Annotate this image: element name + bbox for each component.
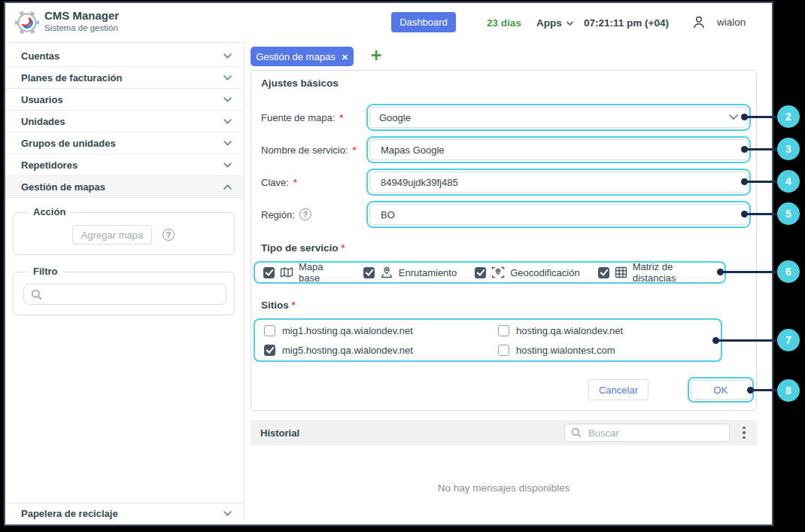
map-settings-form: Ajustes básicos Fuente de mapa: * Google… (251, 70, 757, 411)
history-search-input[interactable] (587, 427, 723, 439)
site-option-mig5[interactable]: mig5.hosting.qa.wialondev.net (264, 342, 498, 358)
checkbox-checked[interactable] (475, 267, 486, 278)
map-source-select[interactable]: Google (369, 107, 748, 128)
service-option-mapa-base[interactable]: Mapa base (263, 261, 345, 284)
help-icon[interactable] (299, 208, 311, 220)
checkbox-unchecked[interactable] (264, 325, 275, 336)
history-search-field[interactable] (564, 424, 730, 442)
filter-search-input[interactable] (47, 288, 219, 301)
callout-badge-3: 3 (777, 138, 800, 160)
sites-highlight: mig1.hosting.qa.wialondev.net hosting.qa… (254, 318, 722, 362)
required-marker: * (353, 144, 357, 156)
sidebar-item-gestion-de-mapas[interactable]: Gestión de mapas (5, 176, 244, 198)
sidebar: Cuentas Planes de facturación Usuarios U… (5, 42, 245, 521)
callout-badge-2: 2 (777, 105, 800, 128)
user-icon (691, 14, 706, 30)
callout-line (751, 389, 778, 391)
sidebar-item-planes-de-facturacion[interactable]: Planes de facturación (5, 67, 244, 89)
checkbox-checked[interactable] (363, 267, 375, 278)
site-option-mig1[interactable]: mig1.hosting.qa.wialondev.net (264, 322, 498, 339)
required-marker: * (293, 177, 297, 188)
sidebar-item-papelera-de-reciclaje[interactable]: Papelera de reciclaje (5, 503, 244, 523)
sidebar-item-repetidores[interactable]: Repetidores (5, 154, 244, 176)
callout-badge-8: 8 (777, 379, 800, 402)
ok-highlight: OK (688, 377, 754, 403)
region-input[interactable] (379, 208, 738, 221)
site-option-wialontest[interactable]: hosting.wialontest.com (498, 342, 712, 358)
callout-line (745, 148, 778, 150)
map-source-label: Fuente de mapa: * (261, 104, 366, 131)
sidebar-item-grupos-de-unidades[interactable]: Grupos de unidades (5, 132, 244, 154)
map-source-highlight: Google (366, 104, 751, 131)
main-panel: Gestión de mapas Ajustes básicos Fuente … (245, 42, 772, 521)
tab-close-icon[interactable] (342, 51, 348, 62)
map-icon (280, 266, 293, 278)
section-title: Ajustes básicos (261, 78, 339, 89)
filter-group: Filtro (13, 272, 235, 315)
chevron-down-icon (223, 163, 232, 168)
service-name-input[interactable] (379, 144, 738, 157)
checkbox-checked[interactable] (598, 267, 609, 278)
top-bar: CMS Manager Sistema de gestión Dashboard… (5, 3, 772, 42)
callout-dot (741, 211, 748, 217)
chevron-down-icon (223, 75, 232, 81)
dashboard-button[interactable]: Dashboard (391, 12, 456, 32)
search-icon (31, 289, 42, 300)
help-icon[interactable] (163, 229, 175, 241)
ok-button[interactable]: OK (691, 380, 751, 400)
user-menu[interactable]: wialon (691, 14, 746, 30)
sidebar-item-unidades[interactable]: Unidades (5, 111, 244, 132)
apps-menu[interactable]: Apps (536, 17, 573, 29)
filter-search-field[interactable] (23, 284, 226, 305)
sidebar-item-cuentas[interactable]: Cuentas (5, 45, 244, 67)
callout-line (745, 213, 778, 215)
add-tab-button[interactable] (366, 44, 387, 67)
checkbox-unchecked[interactable] (498, 345, 509, 356)
callout-dot (712, 337, 719, 344)
clock: 07:21:11 pm (+04) (584, 17, 669, 29)
app-title: CMS Manager (44, 9, 119, 22)
history-empty-message: No hay mensajes disponibles (251, 482, 757, 494)
required-marker: * (339, 112, 343, 123)
chevron-up-icon (223, 184, 232, 190)
action-group-legend: Acción (29, 206, 70, 217)
routing-icon (380, 266, 393, 278)
search-icon (571, 427, 582, 438)
cancel-button[interactable]: Cancelar (588, 379, 649, 400)
key-label: Clave: * (261, 169, 366, 196)
filter-group-legend: Filtro (29, 266, 62, 277)
app-subtitle: Sistema de gestión (44, 23, 118, 32)
callout-dot (717, 269, 724, 275)
callout-line (716, 339, 778, 342)
chevron-down-icon (223, 141, 232, 146)
geocoding-icon (491, 266, 505, 278)
region-label: Región: (261, 201, 366, 228)
distance-matrix-icon (615, 266, 627, 278)
callout-badge-6: 6 (777, 260, 800, 283)
sidebar-item-usuarios[interactable]: Usuarios (5, 89, 244, 111)
callout-badge-4: 4 (777, 170, 800, 193)
callout-badge-5: 5 (777, 202, 800, 225)
service-option-enrutamiento[interactable]: Enrutamiento (363, 266, 457, 278)
chevron-down-icon (223, 53, 232, 59)
tab-gestion-de-mapas[interactable]: Gestión de mapas (251, 47, 354, 66)
chevron-down-icon (729, 114, 738, 120)
service-type-title: Tipo de servicio * (261, 242, 345, 254)
callout-dot (741, 146, 748, 153)
callout-dot (741, 114, 748, 120)
checkbox-unchecked[interactable] (498, 325, 509, 336)
required-marker: * (341, 242, 345, 254)
callout-badge-7: 7 (777, 329, 800, 351)
region-highlight (366, 201, 751, 228)
cms-gear-logo-icon (14, 9, 41, 36)
more-options-icon[interactable] (737, 424, 751, 441)
service-option-geocodificacion[interactable]: Geocodificación (475, 266, 580, 278)
checkbox-checked[interactable] (264, 345, 275, 356)
site-option-hosting-qa[interactable]: hosting.qa.wialondev.net (498, 322, 712, 339)
service-name-label: Nombre de servicio: * (261, 136, 366, 163)
checkbox-checked[interactable] (263, 267, 275, 278)
chevron-down-icon (223, 97, 232, 102)
service-option-matriz-de-distancias[interactable]: Matriz de distancias (598, 261, 716, 284)
add-map-button[interactable]: Agregar mapa (72, 225, 152, 245)
key-input[interactable] (379, 176, 738, 189)
